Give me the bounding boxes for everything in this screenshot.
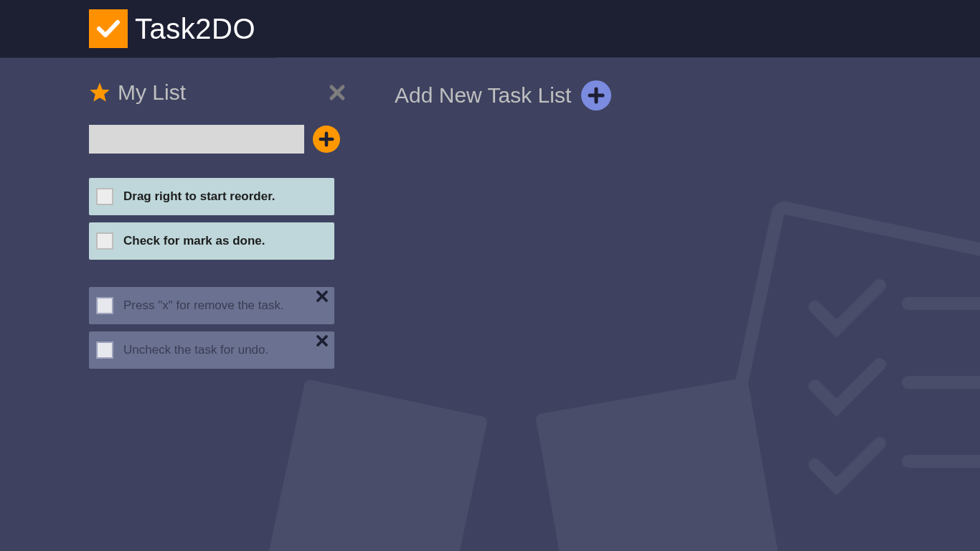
task-label: Drag right to start reorder. (123, 189, 275, 204)
task-checkbox[interactable] (96, 188, 113, 205)
add-list-area: Add New Task List (395, 57, 611, 110)
star-icon (89, 82, 110, 103)
task-item[interactable]: Drag right to start reorder. (89, 178, 334, 215)
workspace: My List Drag right to start reorder. (0, 57, 980, 551)
add-task-row (89, 125, 347, 154)
plus-icon (319, 131, 334, 147)
close-icon (329, 84, 346, 101)
brand-name: Task2DO (135, 13, 255, 45)
task-checkbox[interactable] (96, 297, 113, 314)
brand: Task2DO (0, 0, 277, 57)
add-task-button[interactable] (313, 126, 340, 153)
svg-marker-6 (90, 83, 110, 101)
brand-word-1: Task (135, 13, 195, 44)
remove-task-button[interactable] (316, 334, 330, 349)
new-task-input[interactable] (89, 125, 304, 154)
task-checkbox[interactable] (96, 342, 113, 359)
plus-icon (588, 87, 605, 104)
remove-task-button[interactable] (316, 290, 330, 304)
list-title: My List (118, 80, 186, 105)
brand-logo (89, 9, 128, 48)
brand-word-3: DO (212, 13, 255, 44)
top-bar: Task2DO (0, 0, 980, 57)
task-label: Check for mark as done. (123, 234, 265, 248)
close-icon (316, 334, 329, 347)
task-list: My List Drag right to start reorder. (89, 57, 347, 376)
brand-word-2: 2 (195, 13, 212, 44)
task-label: Press "x" for remove the task. (123, 298, 284, 313)
task-checkbox[interactable] (96, 232, 113, 250)
delete-list-button[interactable] (327, 83, 347, 103)
add-list-button[interactable] (581, 80, 611, 110)
task-label: Uncheck the task for undo. (123, 343, 268, 357)
task-item-done[interactable]: Press "x" for remove the task. (89, 287, 334, 324)
task-item[interactable]: Check for mark as done. (89, 222, 334, 260)
close-icon (316, 290, 329, 303)
list-header: My List (89, 80, 347, 105)
add-list-label: Add New Task List (395, 83, 571, 108)
check-icon (95, 16, 121, 42)
task-item-done[interactable]: Uncheck the task for undo. (89, 331, 334, 369)
